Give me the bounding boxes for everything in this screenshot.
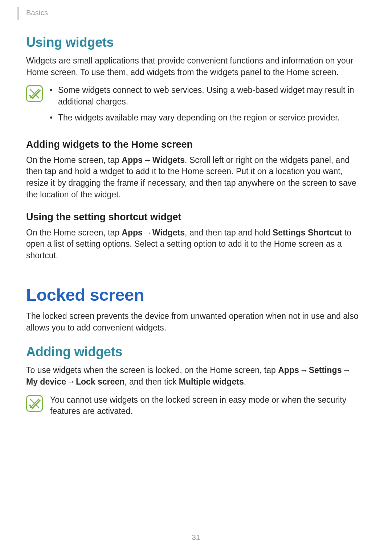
section-header: Basics xyxy=(26,9,48,17)
page-content: Using widgets Widgets are small applicat… xyxy=(26,35,360,417)
label-apps: Apps xyxy=(122,155,143,165)
note-block-widgets: Some widgets connect to web services. Us… xyxy=(26,85,360,128)
arrow-icon: → xyxy=(67,376,75,388)
arrow-icon: → xyxy=(143,227,152,239)
text: To use widgets when the screen is locked… xyxy=(26,365,278,375)
note-bullet-2: The widgets available may vary depending… xyxy=(50,112,360,124)
arrow-icon: → xyxy=(342,365,351,376)
heading-locked-screen: Locked screen xyxy=(26,285,360,305)
label-settings: Settings xyxy=(309,365,342,375)
page-number: 31 xyxy=(0,533,392,542)
arrow-icon: → xyxy=(300,365,308,376)
label-my-device: My device xyxy=(26,377,66,386)
note-body: Some widgets connect to web services. Us… xyxy=(50,85,360,128)
label-settings-shortcut: Settings Shortcut xyxy=(273,228,342,237)
note-text-locked: You cannot use widgets on the locked scr… xyxy=(50,395,346,416)
text: On the Home screen, tap xyxy=(26,155,122,165)
heading-setting-shortcut: Using the setting shortcut widget xyxy=(26,212,360,223)
label-widgets: Widgets xyxy=(152,155,185,165)
para-adding-widgets-home: On the Home screen, tap Apps → Widgets. … xyxy=(26,155,360,201)
label-widgets: Widgets xyxy=(152,228,185,237)
note-body: You cannot use widgets on the locked scr… xyxy=(50,394,360,417)
note-block-locked: You cannot use widgets on the locked scr… xyxy=(26,394,360,417)
locked-screen-intro: The locked screen prevents the device fr… xyxy=(26,311,360,333)
note-bullet-1: Some widgets connect to web services. Us… xyxy=(50,85,360,107)
note-icon xyxy=(26,395,43,412)
label-lock-screen: Lock screen xyxy=(76,377,124,386)
text: , and then tap and hold xyxy=(185,228,273,237)
arrow-icon: → xyxy=(143,155,152,166)
label-multiple-widgets: Multiple widgets xyxy=(179,377,244,386)
para-setting-shortcut: On the Home screen, tap Apps → Widgets, … xyxy=(26,227,360,262)
using-widgets-intro: Widgets are small applications that prov… xyxy=(26,55,360,78)
text: . xyxy=(244,377,246,386)
heading-using-widgets: Using widgets xyxy=(26,35,360,50)
label-apps: Apps xyxy=(278,365,299,375)
note-icon xyxy=(26,85,43,102)
text: On the Home screen, tap xyxy=(26,228,122,237)
text: , and then tick xyxy=(124,377,179,386)
manual-page: Basics Using widgets Widgets are small a… xyxy=(0,0,392,554)
header-rule xyxy=(17,7,19,20)
heading-adding-widgets-lock: Adding widgets xyxy=(26,344,360,360)
label-apps: Apps xyxy=(122,228,143,237)
para-adding-widgets-lock: To use widgets when the screen is locked… xyxy=(26,365,360,387)
heading-adding-widgets-home: Adding widgets to the Home screen xyxy=(26,139,360,150)
